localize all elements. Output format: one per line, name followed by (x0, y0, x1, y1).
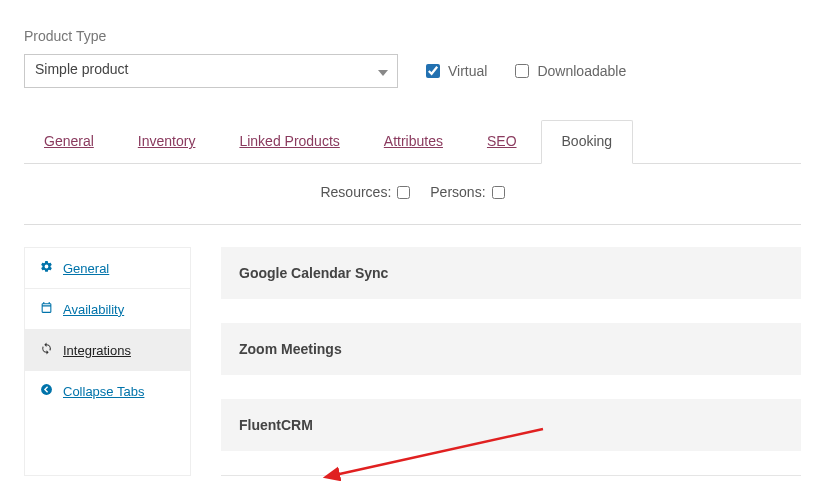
tab-seo[interactable]: SEO (467, 121, 537, 163)
sidebar-item-integrations[interactable]: Integrations (25, 330, 190, 371)
tab-linked-products[interactable]: Linked Products (219, 121, 359, 163)
integration-zoom-meetings[interactable]: Zoom Meetings (221, 323, 801, 375)
persons-checkbox[interactable] (492, 186, 505, 199)
integration-fluentcrm[interactable]: FluentCRM (221, 399, 801, 451)
booking-sidebar: General Availability Integrations Collap… (24, 247, 191, 476)
product-type-selected[interactable]: Simple product (24, 54, 398, 88)
svg-point-0 (41, 384, 52, 395)
tab-booking[interactable]: Booking (541, 120, 634, 164)
sidebar-item-general[interactable]: General (25, 248, 190, 289)
sidebar-item-availability[interactable]: Availability (25, 289, 190, 330)
resources-label: Resources: (320, 184, 391, 200)
sync-icon (39, 342, 53, 358)
persons-label: Persons: (430, 184, 485, 200)
booking-options-row: Resources: Persons: (24, 164, 801, 225)
persons-option[interactable]: Persons: (430, 184, 504, 200)
calendar-icon (39, 301, 53, 317)
sidebar-item-label: General (63, 261, 109, 276)
tab-inventory[interactable]: Inventory (118, 121, 216, 163)
sidebar-item-label: Integrations (63, 343, 131, 358)
sidebar-item-collapse-tabs[interactable]: Collapse Tabs (25, 371, 190, 411)
virtual-label: Virtual (448, 63, 487, 79)
virtual-checkbox-wrap[interactable]: Virtual (426, 63, 487, 79)
resources-option[interactable]: Resources: (320, 184, 410, 200)
tab-general[interactable]: General (24, 121, 114, 163)
integration-google-calendar[interactable]: Google Calendar Sync (221, 247, 801, 299)
virtual-checkbox[interactable] (426, 64, 440, 78)
tab-attributes[interactable]: Attributes (364, 121, 463, 163)
downloadable-label: Downloadable (537, 63, 626, 79)
sidebar-item-label: Collapse Tabs (63, 384, 144, 399)
product-type-select[interactable]: Simple product (24, 54, 398, 88)
product-tabs: General Inventory Linked Products Attrib… (24, 120, 801, 164)
product-type-label: Product Type (24, 28, 801, 44)
divider (221, 475, 801, 476)
downloadable-checkbox[interactable] (515, 64, 529, 78)
resources-checkbox[interactable] (397, 186, 410, 199)
gear-icon (39, 260, 53, 276)
downloadable-checkbox-wrap[interactable]: Downloadable (515, 63, 626, 79)
integrations-panel: Google Calendar Sync Zoom Meetings Fluen… (191, 247, 801, 476)
collapse-icon (39, 383, 53, 399)
sidebar-item-label: Availability (63, 302, 124, 317)
